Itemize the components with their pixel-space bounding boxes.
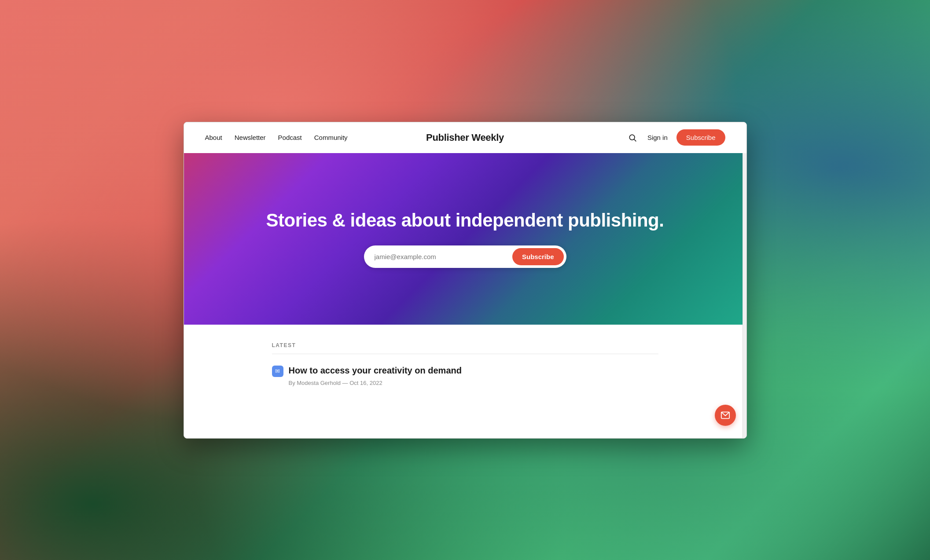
subscribe-button-hero[interactable]: Subscribe <box>512 248 564 265</box>
article-meta: By Modesta Gerhold — Oct 16, 2022 <box>289 380 658 386</box>
nav-center: Publisher Weekly <box>426 132 504 143</box>
scrollbar-thumb <box>743 154 746 248</box>
article-icon-symbol: ✉ <box>275 368 280 374</box>
nav-link-about[interactable]: About <box>205 134 222 141</box>
subscribe-button-nav[interactable]: Subscribe <box>676 129 725 146</box>
email-form: Subscribe <box>364 245 566 268</box>
search-icon <box>628 133 637 142</box>
site-title: Publisher Weekly <box>426 132 504 143</box>
scrollbar[interactable] <box>743 122 746 438</box>
browser-window: About Newsletter Podcast Community Publi… <box>184 122 747 439</box>
article-info: How to access your creativity on demand … <box>289 365 658 386</box>
nav-link-newsletter[interactable]: Newsletter <box>235 134 266 141</box>
article-item[interactable]: ✉ How to access your creativity on deman… <box>272 365 658 386</box>
section-label: LATEST <box>272 342 658 354</box>
nav-link-community[interactable]: Community <box>314 134 348 141</box>
hero-section: Stories & ideas about independent publis… <box>184 153 746 325</box>
hero-title: Stories & ideas about independent publis… <box>266 209 664 231</box>
search-button[interactable] <box>626 132 639 144</box>
article-title[interactable]: How to access your creativity on demand <box>289 365 658 376</box>
svg-point-0 <box>629 135 635 140</box>
content-section: LATEST ✉ How to access your creativity o… <box>184 325 746 404</box>
svg-line-1 <box>634 139 636 141</box>
navbar: About Newsletter Podcast Community Publi… <box>184 122 746 153</box>
email-input[interactable] <box>375 253 512 260</box>
mail-icon <box>720 410 730 420</box>
article-icon: ✉ <box>272 366 283 377</box>
nav-link-podcast[interactable]: Podcast <box>278 134 302 141</box>
nav-right: Sign in Subscribe <box>626 129 725 146</box>
floating-email-button[interactable] <box>715 405 736 426</box>
signin-link[interactable]: Sign in <box>647 134 668 141</box>
nav-left: About Newsletter Podcast Community <box>205 134 348 141</box>
